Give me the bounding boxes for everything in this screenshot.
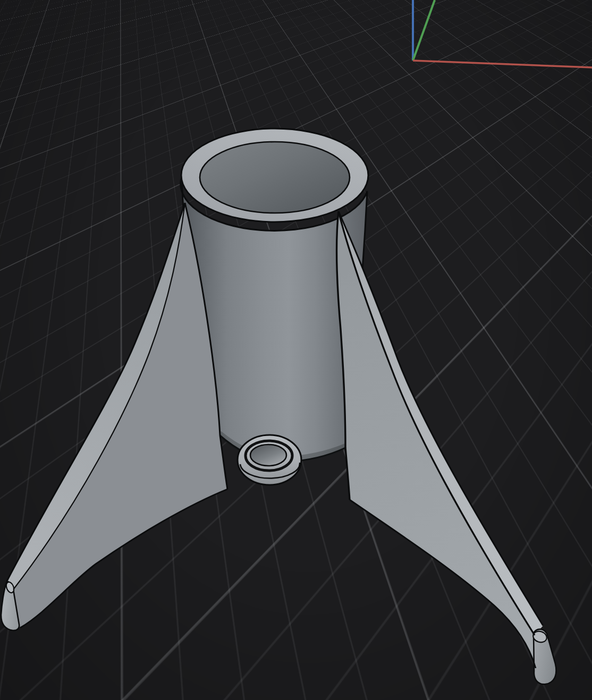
model-canvas[interactable] bbox=[0, 0, 592, 700]
3d-viewport[interactable] bbox=[0, 0, 592, 700]
launch-lug-hole[interactable] bbox=[250, 445, 286, 466]
app-root: { "viewport": { "type": "3d-cad-viewport… bbox=[0, 0, 592, 700]
world-axes bbox=[413, 0, 592, 67]
launch-lug-ring[interactable] bbox=[238, 435, 301, 485]
body-tube-inner-bore[interactable] bbox=[200, 142, 350, 213]
y-axis-line bbox=[413, 0, 435, 61]
right-fin[interactable] bbox=[336, 211, 556, 684]
left-fin[interactable] bbox=[1, 203, 227, 630]
x-axis-line bbox=[413, 61, 592, 67]
model-rocket-fin-can[interactable] bbox=[1, 129, 556, 684]
